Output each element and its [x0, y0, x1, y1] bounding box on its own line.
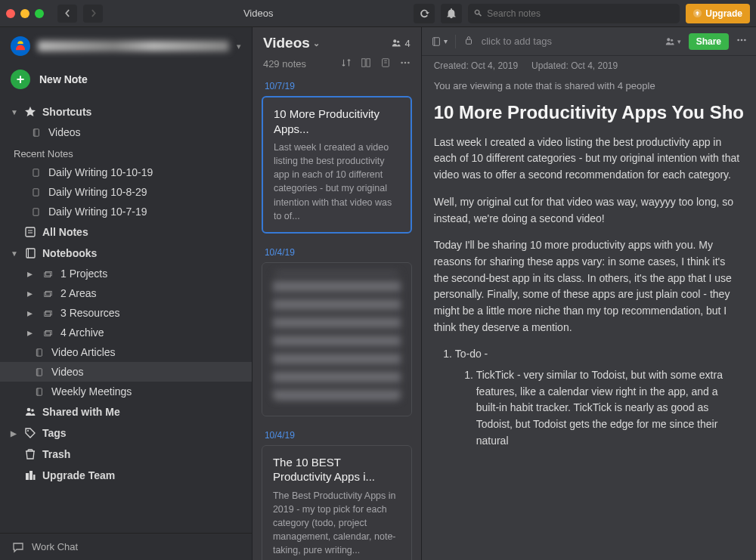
note-card-preview: Last week I created a video listing the …	[274, 141, 400, 223]
note-card[interactable]: The 10 BEST Productivity Apps i... The B…	[262, 445, 412, 560]
note-card-title: The 10 BEST Productivity Apps i...	[273, 455, 401, 484]
view-toggle-button[interactable]	[361, 57, 371, 70]
more-button[interactable]	[400, 57, 411, 70]
svg-point-25	[27, 408, 31, 412]
recent-note-item[interactable]: Daily Writing 10-8-29	[0, 182, 252, 202]
chevron-down-icon: ▾	[444, 37, 448, 45]
work-chat-button[interactable]: Work Chat	[0, 533, 252, 560]
trash-item[interactable]: ▼ Trash	[0, 444, 252, 465]
svg-rect-21	[36, 368, 42, 375]
filter-icon	[380, 57, 391, 68]
stack-icon	[42, 329, 53, 337]
disclosure-triangle-icon: ▼	[11, 249, 18, 258]
notebook-selector[interactable]: ▾	[431, 36, 448, 47]
note-paragraph: Today I'll be sharing 10 more productivi…	[434, 237, 742, 336]
note-card[interactable]	[262, 262, 412, 416]
svg-rect-41	[466, 39, 471, 44]
notebook-item[interactable]: Video Articles	[0, 342, 252, 362]
tag-icon	[24, 427, 36, 439]
share-count-value: 4	[404, 38, 410, 49]
note-list-panel: Videos ⌄ 4 429 notes 10/7/19	[253, 27, 422, 560]
sort-icon	[341, 57, 352, 68]
sort-button[interactable]	[341, 57, 352, 70]
nav-back-button[interactable]	[57, 5, 77, 23]
tag-prompt[interactable]: click to add tags	[482, 36, 552, 47]
notebook-stack-item[interactable]: ▸3 Resources	[0, 303, 252, 323]
svg-rect-6	[26, 227, 35, 237]
note-card-redacted	[273, 272, 401, 401]
note-icon	[30, 188, 41, 196]
nav-forward-button[interactable]	[83, 5, 103, 23]
shared-with-me-item[interactable]: ▼ Shared with Me	[0, 401, 252, 422]
stack-icon	[42, 289, 53, 298]
recent-note-item[interactable]: Daily Writing 10-10-19	[0, 162, 252, 182]
note-share-indicator[interactable]: ▾	[665, 36, 681, 47]
minimize-window[interactable]	[20, 9, 29, 18]
svg-point-37	[404, 62, 406, 64]
upgrade-label: Upgrade	[705, 8, 742, 19]
search-box[interactable]	[468, 4, 680, 23]
upgrade-button[interactable]: Upgrade	[686, 4, 750, 23]
reminder-button[interactable]	[463, 35, 474, 48]
note-title[interactable]: 10 More Producitivity Apps You Sho	[422, 99, 756, 130]
note-card[interactable]: 10 More Producitivity Apps... Last week …	[262, 96, 412, 234]
search-icon	[474, 9, 482, 17]
disclosure-triangle-icon: ▼	[11, 108, 18, 116]
chevron-right-icon: ▶	[11, 429, 18, 438]
svg-point-31	[394, 39, 397, 42]
people-icon	[665, 36, 675, 47]
notifications-button[interactable]	[441, 4, 462, 23]
new-note-button[interactable]: + New Note	[11, 70, 241, 89]
notebook-icon	[431, 36, 442, 47]
share-button-label: Share	[696, 36, 721, 47]
notebook-stack-item[interactable]: ▸1 Projects	[0, 264, 252, 283]
notebook-item[interactable]: Weekly Meetings	[0, 382, 252, 401]
recent-note-item[interactable]: Daily Writing 10-7-19	[0, 202, 252, 221]
notebook-item-videos[interactable]: Videos	[0, 362, 252, 382]
upgrade-team-item[interactable]: ▼ Upgrade Team	[0, 465, 252, 486]
chevron-right-icon: ▸	[24, 326, 35, 339]
svg-point-43	[671, 39, 673, 41]
zoom-window[interactable]	[35, 9, 44, 18]
share-button[interactable]: Share	[689, 33, 729, 50]
svg-point-38	[407, 62, 410, 64]
note-body[interactable]: Last week I created a video listing the …	[422, 130, 756, 560]
stack-icon	[42, 309, 53, 317]
tags-header[interactable]: ▶ Tags	[0, 422, 252, 444]
shortcuts-header[interactable]: ▼ Shortcuts	[0, 101, 252, 122]
search-input[interactable]	[487, 8, 674, 19]
close-window[interactable]	[6, 9, 15, 18]
svg-point-46	[744, 39, 746, 42]
note-toolbar: ▾ click to add tags ▾ Share	[422, 27, 756, 56]
notebooks-label: Notebooks	[42, 247, 97, 259]
note-paragraph: Well, my original cut for that video was…	[434, 194, 742, 227]
star-icon	[24, 106, 36, 118]
plus-icon: +	[11, 70, 30, 89]
note-more-button[interactable]	[736, 35, 747, 48]
filter-button[interactable]	[380, 57, 391, 70]
notebook-stack-item[interactable]: ▸2 Areas	[0, 283, 252, 303]
people-icon	[391, 38, 401, 48]
chevron-right-icon: ▸	[24, 307, 35, 319]
notebooks-header[interactable]: ▼ Notebooks	[0, 243, 252, 264]
svg-rect-23	[36, 388, 42, 394]
svg-rect-19	[36, 348, 42, 355]
all-notes-item[interactable]: ▼ All Notes	[0, 221, 252, 243]
svg-rect-30	[33, 475, 36, 480]
svg-point-26	[31, 409, 34, 412]
notebook-share-count[interactable]: 4	[391, 38, 410, 49]
sidebar: ▾ + New Note ▼ Shortcuts Videos Recent N…	[0, 27, 253, 560]
note-list[interactable]: 10/7/19 10 More Producitivity Apps... La…	[253, 73, 421, 560]
sync-icon	[419, 8, 429, 19]
notebook-stack-item[interactable]: ▸4 Archive	[0, 323, 252, 342]
shortcut-item-videos[interactable]: Videos	[0, 122, 252, 142]
account-switcher[interactable]: ▾	[0, 27, 252, 62]
lock-icon	[463, 35, 474, 45]
shared-note-banner: You are viewing a note that is shared wi…	[422, 74, 756, 99]
svg-rect-28	[26, 473, 29, 480]
recent-notes-header: Recent Notes	[0, 142, 252, 162]
notebook-icon	[30, 128, 41, 137]
notebook-title-dropdown[interactable]: Videos ⌄	[263, 35, 320, 51]
svg-rect-1	[33, 128, 39, 135]
sync-button[interactable]	[414, 4, 435, 23]
